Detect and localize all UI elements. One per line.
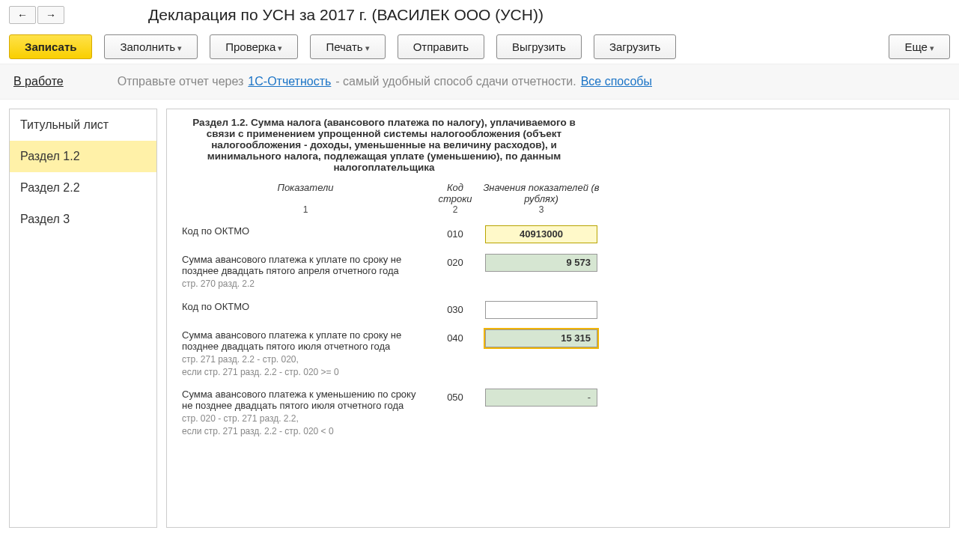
label-020: Сумма авансового платежа к уплате по сро… — [182, 254, 401, 276]
code-040: 040 — [429, 329, 481, 344]
code-050: 050 — [429, 389, 481, 403]
row-010: Код по ОКТМО 010 40913000 — [182, 225, 934, 243]
sidebar-item-title[interactable]: Титульный лист — [10, 109, 156, 141]
write-button[interactable]: Записать — [9, 34, 92, 59]
sidebar-item-section12[interactable]: Раздел 1.2 — [10, 141, 156, 172]
main-panel: Раздел 1.2. Сумма налога (авансового пла… — [166, 109, 950, 528]
col-header-3: Значения показателей (в рублях) — [481, 182, 601, 204]
sidebar: Титульный лист Раздел 1.2 Раздел 2.2 Раз… — [9, 109, 157, 528]
sub-040: стр. 271 разд. 2.2 - стр. 020, если стр.… — [182, 353, 423, 379]
col-num-2: 2 — [429, 204, 481, 215]
sub-020: стр. 270 разд. 2.2 — [182, 278, 423, 290]
row-020: Сумма авансового платежа к уплате по сро… — [182, 254, 934, 290]
status-text1: Отправьте отчет через — [118, 75, 244, 88]
code-010: 010 — [429, 225, 481, 240]
field-020[interactable]: 9 573 — [485, 254, 597, 272]
print-button[interactable]: Печать — [310, 34, 385, 59]
fill-button[interactable]: Заполнить — [104, 34, 198, 59]
label-030: Код по ОКТМО — [182, 301, 249, 312]
label-050: Сумма авансового платежа к уменьшению по… — [182, 389, 415, 411]
row-030: Код по ОКТМО 030 — [182, 301, 934, 319]
row-050: Сумма авансового платежа к уменьшению по… — [182, 389, 934, 438]
col-num-1: 1 — [182, 204, 429, 215]
check-button[interactable]: Проверка — [210, 34, 298, 59]
sidebar-item-section22[interactable]: Раздел 2.2 — [10, 172, 156, 204]
status-text2: - самый удобный способ сдачи отчетности. — [335, 75, 576, 88]
status-label[interactable]: В работе — [13, 75, 64, 88]
page-title: Декларация по УСН за 2017 г. (ВАСИЛЕК ОО… — [148, 6, 544, 24]
all-methods-link[interactable]: Все способы — [581, 75, 652, 88]
reporting-link[interactable]: 1С-Отчетность — [248, 75, 331, 88]
more-button[interactable]: Еще — [889, 34, 950, 59]
field-030[interactable] — [485, 301, 597, 319]
row-040: Сумма авансового платежа к уплате по сро… — [182, 329, 934, 379]
field-010[interactable]: 40913000 — [485, 225, 597, 243]
col-header-2: Код строки — [429, 182, 481, 204]
col-header-1: Показатели — [182, 182, 429, 204]
nav-forward-button[interactable]: → — [37, 6, 64, 24]
field-040[interactable]: 15 315 — [485, 329, 597, 347]
export-button[interactable]: Выгрузить — [496, 34, 582, 59]
col-num-3: 3 — [481, 204, 601, 215]
send-button[interactable]: Отправить — [398, 34, 484, 59]
section-title: Раздел 1.2. Сумма налога (авансового пла… — [182, 117, 586, 173]
import-button[interactable]: Загрузить — [594, 34, 677, 59]
code-020: 020 — [429, 254, 481, 268]
sidebar-item-section3[interactable]: Раздел 3 — [10, 204, 156, 235]
code-030: 030 — [429, 301, 481, 315]
label-040: Сумма авансового платежа к уплате по сро… — [182, 329, 401, 352]
nav-back-button[interactable]: ← — [9, 6, 36, 24]
label-010: Код по ОКТМО — [182, 225, 249, 237]
field-050[interactable]: - — [485, 389, 597, 407]
sub-050: стр. 020 - стр. 271 разд. 2.2, если стр.… — [182, 413, 423, 438]
